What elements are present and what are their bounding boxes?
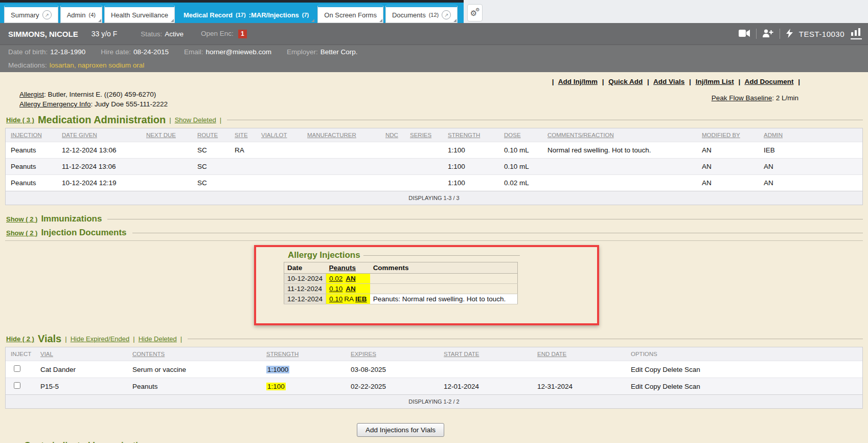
dob-value: 12-18-1990	[50, 48, 85, 56]
status-value: Active	[165, 30, 184, 38]
hide-expired-ended-link[interactable]: Hide Expired/Ended	[71, 335, 130, 343]
col-options: OPTIONS	[626, 347, 862, 361]
vials-header-row: INJECT VIAL CONTENTS STRENGTH EXPIRES ST…	[6, 347, 862, 361]
col-ndc[interactable]: NDC	[380, 128, 405, 142]
hire-date-value: 08-24-2015	[133, 48, 169, 56]
col-strength[interactable]: STRENGTH	[443, 128, 499, 142]
col-date-given[interactable]: DATE GIVEN	[57, 128, 141, 142]
immunizations-show-toggle[interactable]: Show ( 2 )	[6, 215, 37, 223]
col-vial[interactable]: VIAL	[35, 347, 127, 361]
col-injection[interactable]: INJECTION	[6, 128, 57, 142]
peak-flow-label[interactable]: Peak Flow Baseline	[712, 94, 772, 102]
vial-options-links[interactable]: Edit Copy Delete Scan	[626, 378, 862, 395]
col-expires[interactable]: EXPIRES	[346, 347, 439, 361]
col-start-date[interactable]: START DATE	[439, 347, 532, 361]
settings-button[interactable]: ⚙⚙	[467, 4, 483, 21]
popout-icon[interactable]: ↗	[442, 10, 451, 19]
lightning-bolt-icon[interactable]	[786, 29, 793, 39]
col-route[interactable]: ROUTE	[192, 128, 230, 142]
add-inj-imm-link[interactable]: Add Inj/Imm	[558, 78, 598, 85]
popout-icon[interactable]: ↗	[42, 10, 52, 19]
inj-imm-list-link[interactable]: Inj/Imm List	[696, 78, 734, 85]
med-admin-table: INJECTION DATE GIVEN NEXT DUE ROUTE SITE…	[5, 128, 863, 205]
col-contents[interactable]: CONTENTS	[127, 347, 261, 361]
table-row: Peanuts10-12-2024 12:19SC1:1000.02 mLANA…	[6, 175, 862, 191]
vials-title: Vials	[38, 333, 61, 345]
col-site[interactable]: SITE	[230, 128, 256, 142]
initials-link[interactable]: AN	[346, 285, 356, 293]
chart-tab-bar: Summary ↗ Admin (4) Health Surveillance …	[0, 0, 868, 23]
divider	[780, 29, 780, 39]
hire-date-label: Hire date:	[101, 48, 131, 56]
dose-link[interactable]: 0.10	[329, 285, 342, 293]
tab-on-screen-forms[interactable]: On Screen Forms	[317, 4, 383, 23]
tab-admin[interactable]: Admin (4)	[60, 4, 102, 23]
med-admin-hide-toggle[interactable]: Hide ( 3 )	[6, 116, 34, 124]
patient-banner-row1: SIMMONS, NICOLE 33 y/o F Status:Active O…	[0, 23, 868, 45]
vial-row: P15-5 Peanuts 1:100 02-22-2025 12-01-202…	[6, 378, 862, 395]
dob-label: Date of birth:	[8, 48, 48, 56]
tab-summary[interactable]: Summary ↗	[4, 4, 58, 23]
allergy-injection-row: 10-12-2024 0.02AN	[284, 274, 518, 284]
col-comments[interactable]: COMMENTS/REACTION	[542, 128, 697, 142]
section-rule	[132, 233, 863, 233]
col-series[interactable]: SERIES	[405, 128, 443, 142]
col-inject: INJECT	[6, 347, 35, 361]
patient-id: TEST-10030	[799, 30, 844, 38]
add-document-link[interactable]: Add Document	[744, 78, 793, 85]
col-date: Date	[284, 262, 326, 274]
patient-name: SIMMONS, NICOLE	[8, 30, 78, 38]
action-links-row: | Add Inj/Imm | Quick Add | Add Vials | …	[0, 78, 868, 85]
strength-highlighted: 1:1000	[266, 366, 289, 373]
inject-checkbox[interactable]	[14, 382, 20, 389]
show-deleted-link[interactable]: Show Deleted	[175, 116, 216, 124]
allergy-contact-info: Allergist: Butler, Internist E. ((260) 4…	[19, 90, 168, 109]
col-peanuts[interactable]: Peanuts	[326, 262, 370, 274]
dose-link[interactable]: 0.02	[329, 275, 342, 282]
vials-hide-toggle[interactable]: Hide ( 2 )	[6, 335, 34, 343]
injection-documents-show-toggle[interactable]: Show ( 2 )	[6, 229, 37, 237]
medications-label: Medications:	[8, 61, 47, 69]
allergy-injections-title: Allergy Injections	[288, 250, 360, 260]
immunizations-title: Immunizations	[41, 214, 102, 224]
divider	[756, 29, 757, 39]
section-rule	[363, 255, 520, 256]
tab-admin-count: (4)	[88, 12, 95, 18]
tab-medical-record-label: Medical Record	[184, 11, 233, 19]
allergy-injections-header-row: Date Peanuts Comments	[284, 262, 518, 274]
medications-list[interactable]: losartan, naproxen sodium oral	[50, 61, 144, 69]
add-person-icon[interactable]	[763, 29, 773, 39]
col-next-due[interactable]: NEXT DUE	[141, 128, 192, 142]
col-modified-by[interactable]: MODIFIED BY	[697, 128, 759, 142]
strength-highlighted: 1:100	[266, 383, 286, 390]
col-strength[interactable]: STRENGTH	[261, 347, 346, 361]
table-row: Peanuts12-12-2024 13:06SCRA1:1000.10 mLN…	[6, 142, 862, 159]
quick-add-link[interactable]: Quick Add	[608, 78, 643, 85]
tab-documents[interactable]: Documents (12) ↗	[385, 4, 458, 23]
col-manufacturer[interactable]: MANUFACTURER	[302, 128, 380, 142]
flowsheet-chart-icon[interactable]	[851, 28, 862, 39]
dose-link[interactable]: 0.10	[329, 295, 342, 303]
open-encounter-badge[interactable]: 1	[238, 30, 247, 38]
vials-table: INJECT VIAL CONTENTS STRENGTH EXPIRES ST…	[5, 347, 863, 409]
injection-documents-section-header: Show ( 2 ) Injection Documents	[6, 228, 863, 238]
med-admin-section-header: Hide ( 3 ) Medication Administration | S…	[6, 114, 863, 126]
video-camera-icon[interactable]	[739, 30, 750, 38]
allergy-injections-panel: Allergy Injections Date Peanuts Comments…	[284, 250, 520, 304]
col-admin[interactable]: ADMIN	[759, 128, 862, 142]
email-label: Email:	[184, 48, 203, 56]
add-injections-for-vials-button[interactable]: Add Injections for Vials	[357, 423, 444, 437]
open-enc-label: Open Enc:	[201, 30, 234, 37]
hide-deleted-link[interactable]: Hide Deleted	[139, 335, 177, 343]
inject-checkbox[interactable]	[14, 365, 20, 372]
col-end-date[interactable]: END DATE	[532, 347, 626, 361]
allergist-label: Allergist	[19, 91, 44, 98]
initials-link[interactable]: AN	[346, 275, 356, 282]
col-vial-lot[interactable]: VIAL/LOT	[256, 128, 302, 142]
vial-options-links[interactable]: Edit Copy Delete Scan	[626, 361, 862, 378]
col-dose[interactable]: DOSE	[499, 128, 542, 142]
initials-link[interactable]: IEB	[355, 295, 367, 303]
tab-medical-record[interactable]: Medical Record(17):MAR/Injections(7)	[177, 4, 315, 23]
add-vials-link[interactable]: Add Vials	[653, 78, 684, 85]
tab-health-surveillance[interactable]: Health Surveillance	[104, 4, 175, 23]
